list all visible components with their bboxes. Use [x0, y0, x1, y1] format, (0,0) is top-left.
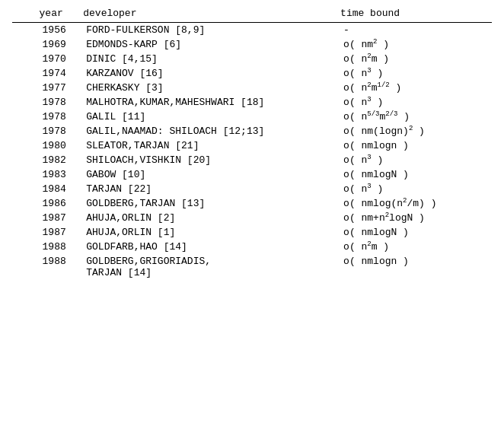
cell-time-bound: o( n3 )	[340, 153, 492, 167]
cell-developer: GOLDBERG,GRIGORIADIS,TARJAN [14]	[83, 254, 340, 280]
table-row: 1983GABOW [10]o( nmlogN )	[12, 167, 492, 182]
table-row: 1986GOLDBERG,TARJAN [13]o( nmlog(n2/m) )	[12, 196, 492, 211]
cell-year: 1978	[40, 95, 84, 110]
cell-num	[12, 254, 40, 280]
cell-developer: FORD-FULKERSON [8,9]	[83, 23, 340, 38]
cell-year: 1982	[40, 153, 84, 167]
cell-time-bound: o( nmlogn )	[340, 138, 492, 153]
cell-year: 1977	[40, 81, 84, 95]
table-row: 1978MALHOTRA,KUMAR,MAHESHWARI [18]o( n3 …	[12, 95, 492, 110]
cell-time-bound: o( n3 )	[340, 182, 492, 196]
cell-year: 1984	[40, 182, 84, 196]
cell-num	[12, 52, 40, 66]
cell-developer: GOLDFARB,HAO [14]	[83, 240, 340, 254]
cell-num	[12, 138, 40, 153]
cell-developer: DINIC [4,15]	[83, 52, 340, 66]
cell-developer: CHERKASKY [3]	[83, 81, 340, 95]
cell-year: 1986	[40, 196, 84, 211]
cell-year: 1969	[40, 37, 84, 52]
cell-developer: AHUJA,ORLIN [1]	[83, 225, 340, 240]
cell-developer: GOLDBERG,TARJAN [13]	[83, 196, 340, 211]
cell-time-bound: o( n2m1/2 )	[340, 81, 492, 95]
cell-num	[12, 81, 40, 95]
table-row: 1982SHILOACH,VISHKIN [20]o( n3 )	[12, 153, 492, 167]
cell-year: 1987	[40, 211, 84, 225]
table-row: 1977CHERKASKY [3]o( n2m1/2 )	[12, 81, 492, 95]
cell-year: 1978	[40, 124, 84, 138]
cell-year: 1970	[40, 52, 84, 66]
table-row: 1974KARZANOV [16]o( n3 )	[12, 66, 492, 81]
cell-num	[12, 95, 40, 110]
cell-developer: TARJAN [22]	[83, 182, 340, 196]
cell-num	[12, 211, 40, 225]
cell-time-bound: -	[340, 23, 492, 38]
cell-num	[12, 196, 40, 211]
table-row: 1969EDMONDS-KARP [6]o( nm2 )	[12, 37, 492, 52]
cell-developer: AHUJA,ORLIN [2]	[83, 211, 340, 225]
cell-year: 1974	[40, 66, 84, 81]
cell-developer: GALIL,NAAMAD: SHILOACH [12;13]	[83, 124, 340, 138]
cell-num	[12, 110, 40, 124]
col-header-developer: developer	[83, 8, 340, 23]
cell-num	[12, 240, 40, 254]
cell-time-bound: o( nm2 )	[340, 37, 492, 52]
table-row: 1984TARJAN [22]o( n3 )	[12, 182, 492, 196]
cell-num	[12, 37, 40, 52]
cell-year: 1987	[40, 225, 84, 240]
cell-time-bound: o( nmlogN )	[340, 225, 492, 240]
table-row: 1978GALIL [11]o( n5/3m2/3 )	[12, 110, 492, 124]
cell-time-bound: o( nm+n2logN )	[340, 211, 492, 225]
cell-time-bound: o( nmlogN )	[340, 167, 492, 182]
cell-year: 1980	[40, 138, 84, 153]
cell-num	[12, 182, 40, 196]
cell-num	[12, 23, 40, 38]
table-row: 1987AHUJA,ORLIN [2]o( nm+n2logN )	[12, 211, 492, 225]
cell-num	[12, 124, 40, 138]
cell-time-bound: o( n3 )	[340, 95, 492, 110]
cell-time-bound: o( n2m )	[340, 240, 492, 254]
col-header-num	[12, 8, 40, 23]
col-header-year: year	[40, 8, 84, 23]
table-row: 1988GOLDFARB,HAO [14]o( n2m )	[12, 240, 492, 254]
col-header-time-bound: time bound	[340, 8, 492, 23]
cell-time-bound: o( nmlog(n2/m) )	[340, 196, 492, 211]
cell-developer: EDMONDS-KARP [6]	[83, 37, 340, 52]
table-row: 1978GALIL,NAAMAD: SHILOACH [12;13]o( nm(…	[12, 124, 492, 138]
cell-time-bound: o( nm(logn)2 )	[340, 124, 492, 138]
table-row: 1956FORD-FULKERSON [8,9]-	[12, 23, 492, 38]
cell-developer: MALHOTRA,KUMAR,MAHESHWARI [18]	[83, 95, 340, 110]
cell-time-bound: o( n3 )	[340, 66, 492, 81]
cell-num	[12, 167, 40, 182]
cell-num	[12, 66, 40, 81]
cell-time-bound: o( n2m )	[340, 52, 492, 66]
cell-time-bound: o( n5/3m2/3 )	[340, 110, 492, 124]
cell-developer: KARZANOV [16]	[83, 66, 340, 81]
cell-time-bound: o( nmlogn )	[340, 254, 492, 280]
table-row: 1980SLEATOR,TARJAN [21]o( nmlogn )	[12, 138, 492, 153]
cell-num	[12, 153, 40, 167]
cell-year: 1978	[40, 110, 84, 124]
cell-developer: SLEATOR,TARJAN [21]	[83, 138, 340, 153]
cell-developer: SHILOACH,VISHKIN [20]	[83, 153, 340, 167]
cell-year: 1988	[40, 254, 84, 280]
cell-year: 1983	[40, 167, 84, 182]
cell-year: 1956	[40, 23, 84, 38]
cell-developer: GABOW [10]	[83, 167, 340, 182]
cell-developer: GALIL [11]	[83, 110, 340, 124]
table-row: 1970DINIC [4,15]o( n2m )	[12, 52, 492, 66]
table-row: 1988GOLDBERG,GRIGORIADIS,TARJAN [14]o( n…	[12, 254, 492, 280]
cell-year: 1988	[40, 240, 84, 254]
table-row: 1987AHUJA,ORLIN [1]o( nmlogN )	[12, 225, 492, 240]
cell-num	[12, 225, 40, 240]
